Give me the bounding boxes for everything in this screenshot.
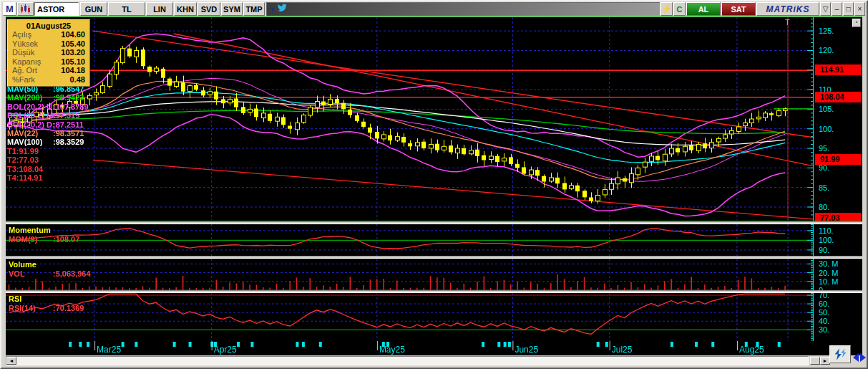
main-chart-canvas[interactable] (6, 17, 813, 220)
volume-canvas[interactable] (6, 259, 813, 290)
rsi-canvas[interactable] (6, 293, 813, 341)
time-axis-canvas (6, 341, 862, 355)
price-level-box: 77.03 (815, 213, 861, 221)
momentum-indicator: MOM(9):108.07 (9, 235, 79, 244)
period-button[interactable]: GUN (80, 2, 107, 16)
matriks-m-logo[interactable]: M (3, 2, 16, 16)
price-level-box: 114.91 (815, 64, 861, 75)
tooltip-date: 01August25 (12, 21, 85, 30)
month-label: Apr25 (214, 345, 237, 355)
tooltip-row: Açılış104.60 (12, 30, 85, 39)
matriks-brand-button[interactable]: MATRiKS (756, 2, 819, 16)
matriks-corner-logo[interactable] (829, 345, 851, 363)
chart-type-icon[interactable] (17, 2, 34, 16)
bar-navigation (853, 353, 866, 362)
buy-button[interactable]: AL (686, 2, 721, 16)
realtime-lightning-icon[interactable]: ⚡ (660, 2, 673, 16)
currency-button[interactable]: TL (108, 2, 145, 16)
dropdown-arrow-icon[interactable]: ▼ (269, 6, 275, 13)
tooltip-row: Kapanış105.10 (12, 57, 85, 67)
scroll-right-button[interactable]: ► (820, 357, 830, 365)
axis-tick-label: 85. (819, 183, 829, 192)
candlestick-icon (20, 4, 31, 14)
window-shade-button[interactable]: ▽ (820, 2, 831, 16)
price-axis[interactable]: 125.120.115.110.105.100.95.90.85.80.114.… (813, 17, 862, 221)
axis-tick-label: 30. (819, 325, 829, 334)
axis-tick-label: 100. (819, 125, 834, 133)
axis-tick-label: 95. (819, 144, 829, 153)
axis-tick-label: 30. M (819, 259, 839, 268)
ohlc-tooltip: 01August25 Açılış104.60 Yüksek105.40 Düş… (7, 19, 90, 87)
axis-tick-label: 40. (819, 317, 829, 325)
cursor-marker: T (785, 18, 790, 27)
khn-button[interactable]: KHN (174, 2, 197, 16)
sell-button[interactable]: SAT (721, 2, 756, 16)
rsi-panel: 70.60.50.40.30. RSI RSI(14):70.1369 (6, 293, 862, 341)
t-level-label: T3:108.04 (7, 165, 89, 173)
tooltip-row: %Fark0.48 (12, 75, 85, 85)
svd-button[interactable]: SVD (198, 2, 220, 16)
scroll-left-button[interactable]: ◄ (6, 357, 16, 365)
rsi-axis: 70.60.50.40.30. (813, 293, 862, 341)
axis-tick-label: 60. (819, 299, 829, 308)
rsi-indicator: RSI(14):70.1369 (9, 304, 84, 312)
momentum-canvas[interactable] (6, 224, 813, 256)
nav-left-icon[interactable] (853, 353, 859, 362)
twitter-icon[interactable] (277, 3, 288, 16)
window-maximize-button[interactable]: □ (843, 2, 854, 16)
t-level-label: T4:114.91 (7, 173, 89, 182)
axis-tick-label: 0 (819, 286, 823, 290)
axis-tick-label: 120. (819, 46, 834, 54)
horizontal-scrollbar[interactable]: ◄ ► (6, 355, 862, 365)
legend-item: MAV(100):98.3529 (7, 138, 89, 146)
momentum-axis: 110.100.90. (813, 224, 862, 256)
main-price-panel: 125.120.115.110.105.100.95.90.85.80.114.… (6, 17, 862, 221)
volume-panel: 30. M20. M10. M0 Volume VOL:5,063,964 (6, 259, 862, 290)
panel-corner-button[interactable]: ▪ (852, 19, 861, 27)
window-minimize-button[interactable]: – (832, 2, 842, 16)
rsi-title: RSI (9, 294, 21, 303)
indicator-legend: MAV(50):96.8547 MAV(200):98.9423 BOL(20,… (7, 85, 89, 182)
scrollbar-track[interactable]: ◄ (6, 356, 809, 365)
month-label: Mar25 (97, 345, 121, 355)
month-label: May25 (379, 345, 405, 355)
legend-item: BOL(20,2) D::87.2511 (7, 120, 89, 129)
axis-tick-label: 90. (819, 246, 829, 254)
legend-item: MAV(200):98.9423 (7, 93, 89, 102)
tmp-button[interactable]: TMP (243, 2, 265, 16)
month-label: Aug25 (739, 345, 764, 355)
axis-tick-label: 70. (819, 293, 829, 299)
volume-indicator: VOL:5,063,964 (9, 269, 91, 278)
sym-button[interactable]: SYM (221, 2, 243, 16)
scroll-thumb-button[interactable] (810, 357, 820, 365)
tooltip-row: Ağ. Ort104.18 (12, 66, 85, 75)
line-style-button[interactable]: LIN (146, 2, 173, 16)
toolbar: M ASTOR GUN TL LIN KHN SVD SYM TMP ▼ ⚡ C… (1, 1, 867, 16)
month-label: Jun25 (515, 345, 538, 355)
axis-tick-label: 20. M (819, 269, 839, 277)
refresh-icon[interactable]: C (673, 2, 686, 16)
tooltip-row: Yüksek105.40 (12, 39, 85, 49)
tooltip-row: Düşük103.20 (12, 48, 85, 57)
nav-right-icon[interactable] (860, 353, 866, 362)
legend-item: MAV(22):98.3571 (7, 129, 89, 138)
axis-tick-label: 125. (819, 27, 834, 35)
symbol-input[interactable]: ASTOR (34, 2, 79, 16)
axis-tick-label: 50. (819, 308, 829, 317)
momentum-panel: 110.100.90. Momentum MOM(9):108.07 (6, 224, 862, 256)
price-level-box: 108.04 (815, 92, 861, 102)
window-close-button[interactable]: × (854, 2, 865, 16)
axis-tick-label: 110. (819, 226, 834, 235)
time-axis[interactable]: Mar25Apr25May25Jun25Jul25Aug25 (6, 341, 862, 355)
axis-tick-label: 105. (819, 105, 834, 113)
price-level-box: 91.99 (815, 154, 861, 165)
toolbar-spacer: ▼ (266, 2, 660, 16)
chart-stack: 125.120.115.110.105.100.95.90.85.80.114.… (6, 16, 862, 365)
legend-item: BOL(20,2) M::97.315 (7, 111, 89, 120)
month-label: Jul25 (612, 345, 633, 355)
matriks-chart-window: M ASTOR GUN TL LIN KHN SVD SYM TMP ▼ ⚡ C… (0, 0, 868, 369)
t-level-label: T1:91.99 (7, 147, 89, 155)
t-level-label: T2:77.03 (7, 155, 89, 164)
axis-tick-label: 100. (819, 236, 834, 244)
volume-axis: 30. M20. M10. M0 (813, 259, 862, 290)
